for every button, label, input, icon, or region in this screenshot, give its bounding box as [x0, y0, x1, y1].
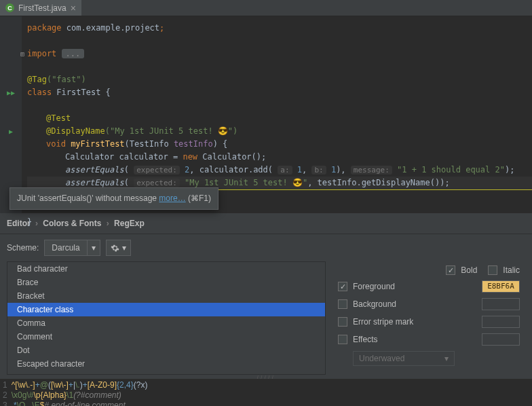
code-keyword: import: [27, 49, 62, 58]
param-hint: expected:: [134, 179, 180, 187]
foreground-swatch[interactable]: E8BF6A: [482, 280, 520, 293]
code-string: "1 + 1 should equal 2": [392, 165, 505, 174]
param-hint: message:: [351, 166, 392, 174]
line-number: 1: [3, 380, 7, 390]
italic-label: Italic: [503, 265, 520, 275]
code-text: , calculator.add(: [189, 165, 278, 174]
code-string: ("fast"): [47, 75, 86, 84]
scheme-combobox[interactable]: Darcula ▾: [44, 240, 100, 256]
code-num: 1: [292, 165, 302, 174]
code-text: ,: [302, 165, 311, 174]
code-text: );: [505, 165, 514, 174]
code-var: calculator: [119, 152, 172, 162]
errorstripe-swatch[interactable]: [482, 316, 520, 328]
code-method-call: assertEquals: [65, 165, 124, 174]
code-text: com.example.project: [66, 23, 159, 33]
gear-icon: [111, 244, 119, 253]
code-editor[interactable]: ▶▶ ▶ package com.example.project; ⊞impor…: [0, 16, 532, 213]
run-gutter-icon[interactable]: ▶: [9, 125, 13, 138]
code-keyword: class: [27, 88, 56, 97]
code-text: ) {: [213, 139, 228, 149]
code-num: 1: [326, 165, 336, 174]
code-text: ;: [159, 23, 164, 33]
scheme-row: Scheme: Darcula ▾ ▾: [0, 234, 532, 261]
code-method: myFirstTest: [71, 139, 124, 149]
foreground-checkbox[interactable]: [338, 282, 347, 291]
list-item[interactable]: Brace: [7, 276, 325, 289]
code-keyword: new: [183, 152, 202, 162]
code-annotation: @Test: [46, 113, 71, 123]
line-number: 2: [3, 390, 7, 400]
code-text: {: [106, 88, 111, 97]
editor-tab[interactable]: C FirstTest.java ×: [0, 0, 81, 16]
run-gutter-icon[interactable]: ▶▶: [7, 86, 15, 99]
attribute-options: Bold Italic Foreground E8BF6A Background…: [326, 261, 532, 375]
code-annotation: @DisplayName: [46, 126, 105, 136]
code-param: testInfo: [174, 139, 213, 149]
code-string: "My 1st JUnit 5 test! 😎": [180, 178, 307, 187]
background-checkbox[interactable]: [338, 299, 347, 309]
close-icon[interactable]: ×: [71, 3, 76, 13]
java-class-icon: C: [5, 3, 14, 12]
background-swatch[interactable]: [482, 298, 520, 310]
editor-gutter: ▶▶ ▶: [0, 16, 22, 213]
code-text: , testInfo.getDisplayName());: [307, 178, 450, 187]
tooltip-more-link[interactable]: more…: [159, 193, 185, 203]
code-text: ),: [336, 165, 351, 174]
code-method-call: assertEquals: [65, 178, 124, 187]
param-hint: expected:: [134, 166, 180, 174]
code-annotation: @Tag: [27, 75, 47, 84]
collapsed-icon[interactable]: ...: [62, 49, 85, 58]
code-text: (: [124, 165, 134, 174]
param-hint: a:: [278, 166, 292, 174]
scheme-actions-button[interactable]: ▾: [106, 240, 131, 256]
effect-type-value: Underwaved: [359, 354, 404, 363]
code-keyword: package: [27, 23, 66, 33]
regex-preview: 1^[\w\.-]+@([\w\-]+|\.)+[A-Z0-9]{2,4}(?x…: [0, 379, 532, 406]
code-text: }: [27, 217, 32, 227]
code-text: (: [125, 139, 130, 149]
list-item[interactable]: Escaped character: [7, 357, 325, 371]
scheme-value: Darcula: [45, 243, 86, 253]
tooltip-text: JUnit 'assertEquals()' without message: [17, 193, 159, 203]
list-item[interactable]: Comment: [7, 330, 325, 344]
code-text: =: [173, 152, 183, 162]
list-item[interactable]: Bad character: [7, 262, 325, 276]
foreground-label: Foreground: [353, 282, 395, 291]
effects-label: Effects: [353, 335, 377, 344]
list-item[interactable]: Bracket: [7, 289, 325, 303]
errorstripe-checkbox[interactable]: [338, 317, 347, 327]
code-type: TestInfo: [130, 139, 174, 149]
code-type: Calculator: [65, 152, 119, 162]
bold-label: Bold: [461, 265, 477, 275]
effect-type-combobox: Underwaved ▾: [353, 351, 455, 366]
code-keyword: void: [46, 139, 71, 149]
list-item[interactable]: Comma: [7, 316, 325, 330]
tab-bar: C FirstTest.java ×: [0, 0, 532, 16]
param-hint: b:: [311, 166, 326, 174]
settings-panel: Editor › Colors & Fonts › RegExp Scheme:…: [0, 213, 532, 406]
tab-filename: FirstTest.java: [18, 3, 66, 13]
code-text: (: [124, 178, 134, 187]
chevron-down-icon: ▾: [444, 354, 449, 363]
inspection-tooltip: JUnit 'assertEquals()' without message m…: [10, 187, 218, 210]
code-string: ("My 1st JUnit 5 test! 😎"): [105, 126, 238, 136]
bold-checkbox[interactable]: [446, 265, 455, 275]
code-num: 2: [180, 165, 189, 174]
line-number: 3: [3, 401, 7, 406]
fold-icon[interactable]: ⊞: [20, 48, 24, 60]
attribute-list[interactable]: Bad characterBraceBracketCharacter class…: [7, 261, 326, 375]
background-label: Background: [353, 299, 396, 309]
code-text: Calculator();: [202, 152, 266, 162]
scheme-label: Scheme:: [7, 243, 39, 253]
effects-swatch[interactable]: [482, 333, 520, 346]
chevron-down-icon: ▾: [122, 243, 126, 253]
chevron-down-icon[interactable]: ▾: [87, 240, 100, 255]
errorstripe-label: Error stripe mark: [353, 317, 413, 327]
effects-checkbox[interactable]: [338, 335, 347, 344]
italic-checkbox[interactable]: [488, 265, 497, 275]
list-item[interactable]: Dot: [7, 344, 325, 357]
code-class: FirstTest: [56, 88, 105, 97]
list-item[interactable]: Character class: [7, 303, 325, 316]
tooltip-shortcut: (⌘F1): [186, 193, 211, 203]
